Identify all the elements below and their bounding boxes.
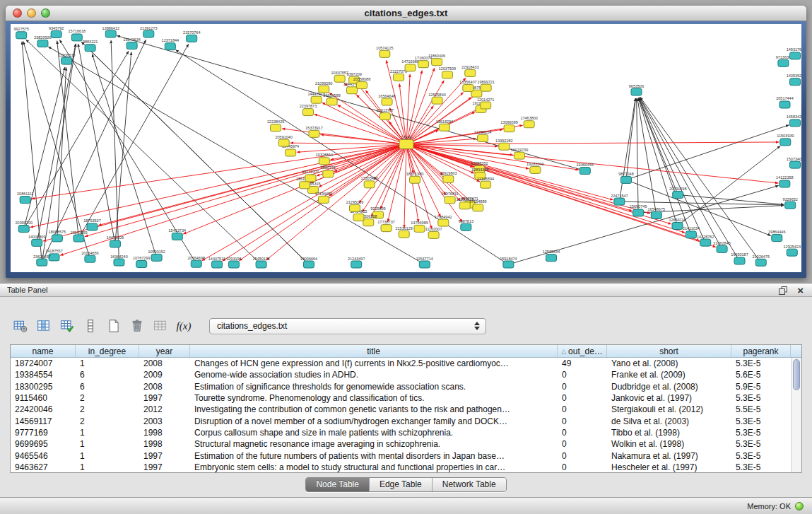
graph-node-teal[interactable] (105, 30, 116, 37)
graph-node-yellow[interactable] (405, 64, 416, 71)
graph-node-yellow[interactable] (353, 214, 364, 221)
graph-node-teal[interactable] (110, 240, 120, 247)
graph-node-teal[interactable] (734, 257, 745, 264)
column-header-title[interactable]: title (190, 345, 558, 357)
table-row[interactable]: 946554611997Estimation of the future num… (11, 450, 791, 461)
graph-node-teal[interactable] (151, 254, 162, 261)
column-header-pagerank[interactable]: pagerank (731, 345, 791, 357)
graph-node-teal[interactable] (256, 261, 266, 268)
table-row[interactable]: 946362711997Embryonic stem cells: a mode… (11, 462, 791, 473)
zoom-window-button[interactable] (41, 8, 50, 18)
graph-node-yellow[interactable] (438, 219, 449, 226)
graph-node-teal[interactable] (52, 235, 62, 242)
graph-node-teal[interactable] (419, 261, 430, 268)
graph-node-yellow[interactable] (278, 139, 289, 146)
graph-node-teal[interactable] (136, 261, 147, 268)
graph-node-teal[interactable] (32, 239, 42, 246)
graph-node-yellow[interactable] (473, 204, 483, 211)
graph-node-teal[interactable] (780, 139, 791, 146)
graph-node-yellow[interactable] (382, 98, 392, 105)
table-row[interactable]: 2242004622012Investigating the contribut… (11, 404, 791, 415)
table-row[interactable]: 1830029562008Estimation of significance … (11, 381, 791, 392)
graph-node-teal[interactable] (672, 223, 683, 230)
graph-node-teal[interactable] (351, 261, 362, 268)
scrollbar-thumb[interactable] (793, 359, 800, 390)
graph-node-yellow[interactable] (481, 84, 491, 91)
graph-node-yellow[interactable] (323, 170, 334, 177)
network-canvas[interactable]: 1724021157079147156881716007411860406120… (11, 24, 801, 272)
graph-node-teal[interactable] (686, 231, 696, 238)
graph-node-teal[interactable] (700, 239, 711, 246)
graph-node-teal[interactable] (614, 198, 625, 205)
graph-node-teal[interactable] (779, 180, 790, 187)
graph-node-teal[interactable] (461, 223, 471, 230)
graph-node-teal[interactable] (778, 59, 789, 66)
graph-node-yellow[interactable] (439, 124, 449, 131)
graph-node-teal[interactable] (37, 40, 48, 47)
graph-node-teal[interactable] (20, 197, 30, 204)
graph-node-yellow[interactable] (394, 74, 404, 81)
table-selector-dropdown[interactable]: citations_edges.txt (209, 318, 486, 334)
graph-node-yellow[interactable] (418, 61, 429, 68)
graph-node-teal[interactable] (18, 226, 29, 233)
graph-node-teal[interactable] (172, 233, 182, 240)
table-row[interactable]: 1872400712008Changes of HCN gene express… (11, 358, 791, 369)
graph-node-teal[interactable] (633, 209, 644, 216)
tab-node-table[interactable]: Node Table (306, 478, 369, 491)
tab-network-table[interactable]: Network Table (432, 478, 506, 491)
close-window-button[interactable] (13, 8, 22, 18)
graph-node-yellow[interactable] (379, 113, 390, 120)
graph-node-yellow[interactable] (499, 143, 510, 150)
network-window-titlebar[interactable]: citations_edges.txt (6, 6, 806, 21)
graph-node-yellow[interactable] (271, 124, 281, 132)
graph-node-teal[interactable] (87, 223, 98, 230)
graph-node-yellow[interactable] (318, 196, 329, 203)
graph-node-yellow[interactable] (530, 166, 541, 173)
function-builder-button[interactable]: f(x) (175, 317, 193, 335)
graph-node-yellow[interactable] (445, 197, 455, 204)
table-row[interactable]: 977716911998Corpus callosum shape and si… (11, 427, 791, 438)
graph-node-yellow[interactable] (524, 121, 534, 128)
graph-node-teal[interactable] (787, 249, 797, 256)
column-header-year[interactable]: year (139, 345, 190, 357)
close-panel-button[interactable]: × (797, 284, 804, 297)
graph-node-yellow[interactable] (379, 50, 390, 57)
graph-node-yellow[interactable] (319, 158, 329, 165)
graph-node-teal[interactable] (165, 43, 175, 50)
graph-node-yellow[interactable] (381, 225, 392, 232)
graph-node-yellow[interactable] (504, 125, 514, 132)
graph-node-yellow[interactable] (349, 204, 360, 211)
graph-node-teal[interactable] (37, 259, 47, 266)
graph-node-teal[interactable] (71, 34, 82, 41)
graph-node-yellow[interactable] (443, 175, 454, 182)
graph-node-teal[interactable] (228, 261, 239, 268)
graph-node-yellow[interactable] (428, 231, 439, 238)
graph-node-yellow[interactable] (326, 98, 337, 105)
graph-node-teal[interactable] (779, 101, 790, 108)
graph-node-teal[interactable] (790, 52, 801, 59)
graph-node-yellow[interactable] (363, 219, 374, 226)
graph-node-teal[interactable] (61, 57, 72, 64)
graph-node-teal[interactable] (790, 78, 801, 86)
select-rows-button[interactable] (81, 317, 100, 335)
graph-node-yellow[interactable] (286, 149, 296, 156)
graph-node-teal[interactable] (579, 168, 590, 175)
graph-node-yellow[interactable] (410, 176, 420, 183)
table-row[interactable]: 969969511998Structural magnetic resonanc… (11, 438, 791, 450)
column-header-in_degree[interactable]: in_degree (76, 345, 139, 357)
graph-node-yellow[interactable] (300, 182, 310, 189)
column-header-name[interactable]: name (11, 345, 76, 357)
graph-node-teal[interactable] (191, 260, 201, 267)
graph-node-teal[interactable] (755, 259, 766, 266)
graph-node-yellow[interactable] (432, 59, 442, 66)
graph-node-yellow[interactable] (481, 181, 491, 188)
graph-node-yellow[interactable] (414, 225, 425, 232)
graph-node-teal[interactable] (503, 261, 514, 268)
delete-columns-button[interactable] (128, 317, 146, 335)
graph-node-teal[interactable] (785, 201, 796, 209)
graph-node-yellow[interactable] (465, 69, 476, 76)
graph-node-yellow[interactable] (442, 71, 452, 78)
graph-node-teal[interactable] (772, 235, 782, 242)
table-row[interactable]: 1456911722003Disruption of a novel membe… (11, 415, 791, 426)
minimize-window-button[interactable] (27, 8, 36, 18)
